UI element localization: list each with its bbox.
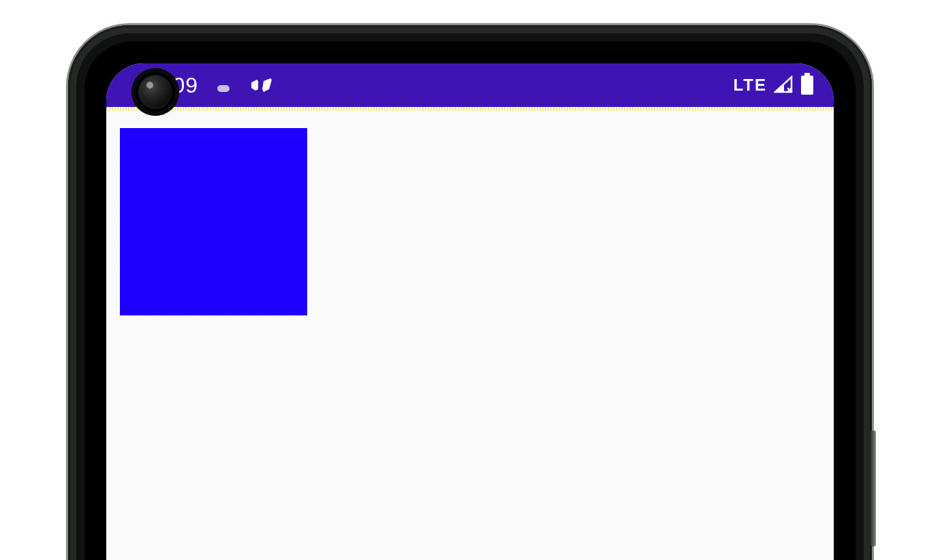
app-content-area[interactable] [106, 111, 834, 560]
front-camera-cutout [131, 68, 179, 116]
game-mode-icon [249, 76, 273, 95]
battery-icon [801, 76, 813, 95]
phone-side-button [871, 431, 876, 546]
phone-bezel: 10:09 LTE [84, 42, 856, 560]
camera-glint [146, 82, 153, 89]
status-bar-right: LTE [733, 76, 813, 95]
phone-frame: 10:09 LTE [68, 25, 872, 560]
network-type-label: LTE [733, 76, 767, 95]
cloud-icon [217, 85, 230, 92]
status-bar: 10:09 LTE [106, 63, 834, 107]
camera-lens [138, 75, 172, 109]
cellular-signal-icon [774, 76, 794, 95]
blue-square-view [120, 128, 307, 315]
phone-screen: 10:09 LTE [106, 63, 834, 560]
